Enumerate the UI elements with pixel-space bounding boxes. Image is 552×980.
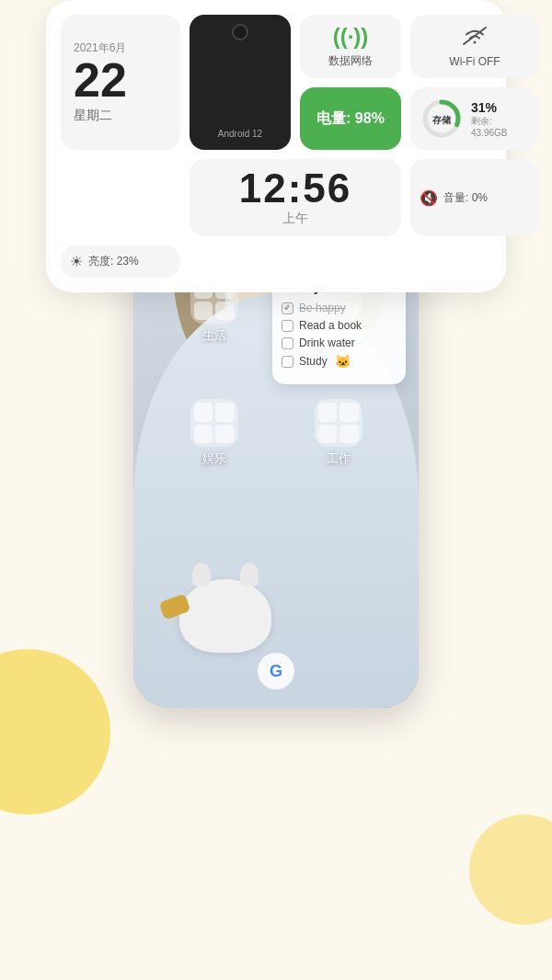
todo-checkbox-3[interactable] [282,356,293,368]
battery-label: 电量: 98% [316,109,385,129]
folder-work[interactable]: 工作 [315,399,362,467]
storage-info: 31% 剩余: 43.96GB [471,100,530,138]
widget-date: 2021年6月 22 星期二 [61,15,180,150]
folder-row-2: 娱乐 工作 [152,399,400,467]
folder-work-icons [315,399,362,447]
todo-item-0[interactable]: ✓ Be happy [282,302,397,314]
folder-ent-icons [190,399,238,447]
todo-checkbox-2[interactable] [282,337,293,349]
phone-screen-label: Android 12 [218,129,262,139]
sound-label: 音量: 0% [443,190,488,206]
sound-icon: 🔇 [420,189,438,207]
network-label: 数据网络 [328,53,373,69]
folder-icon-4 [215,302,235,321]
todo-checkbox-0[interactable]: ✓ [282,302,293,314]
svg-text:存储: 存储 [431,115,452,125]
todo-text-3: Study [299,355,328,368]
widget-brightness[interactable]: ☀ 亮度: 23% [61,245,180,278]
folder-icon-10 [215,403,235,422]
bg-circle-2 [469,815,552,925]
cat-emoji: 🐱 [335,354,351,369]
date-weekday: 星期二 [74,108,167,124]
folder-icon-9 [194,403,213,422]
todo-item-1[interactable]: Read a book [282,319,397,332]
brightness-label: 亮度: 23% [88,254,139,269]
widget-clock: 12:56 上午 [190,159,401,236]
wifi-label: Wi-Fi OFF [449,55,500,68]
widget-storage: 存储 31% 剩余: 43.96GB [410,87,539,150]
date-day: 22 [74,56,167,104]
network-icon: ((·)) [333,24,369,50]
folder-icon-11 [194,425,213,444]
widget-panel: 2021年6月 22 星期二 ((·)) 数据网络 Wi-Fi OFF 电量: [46,0,506,292]
google-button[interactable]: G [258,653,294,689]
companion-ear-l [192,563,211,587]
folder-icon-16 [339,425,359,444]
todo-item-2[interactable]: Drink water [282,336,397,349]
widget-wifi[interactable]: Wi-Fi OFF [410,15,539,78]
bg-circle-1 [0,649,110,815]
folder-entertainment[interactable]: 娱乐 [190,399,238,467]
todo-text-1: Read a book [299,319,362,332]
folder-ent-label: 娱乐 [202,450,226,467]
folder-work-label: 工作 [327,450,351,467]
folder-icon-3 [194,302,213,321]
todo-text-0: Be happy [299,302,346,314]
folder-icon-13 [318,403,338,422]
brightness-icon: ☀ [70,253,83,270]
folder-icon-14 [339,403,359,422]
storage-percent: 31% [471,100,530,115]
folder-icon-15 [318,425,338,444]
storage-remaining: 剩余: 43.96GB [471,115,530,138]
companion-body [179,579,271,653]
phone-camera [232,24,248,40]
widget-battery: 电量: 98% [300,87,401,150]
widget-sound[interactable]: 🔇 音量: 0% [410,159,539,236]
folder-life-label: 生活 [202,327,226,344]
todo-text-2: Drink water [299,336,355,349]
todo-item-3[interactable]: Study 🐱 [282,354,397,369]
storage-ring: 存储 [420,97,464,141]
widget-phone-screen: Android 12 [190,15,291,150]
page-container: X面板小组件 好看又实用 多种样式随心配 2021年6月 22 星期二 ((·)… [0,0,552,980]
clock-period: 上午 [282,211,308,227]
google-label: G [270,662,282,681]
wifi-icon [462,26,488,51]
clock-time: 12:56 [239,168,352,209]
folder-icon-12 [215,425,235,444]
todo-checkbox-1[interactable] [282,320,293,332]
widget-network[interactable]: ((·)) 数据网络 [300,15,401,78]
companion-ear-r [240,563,259,587]
